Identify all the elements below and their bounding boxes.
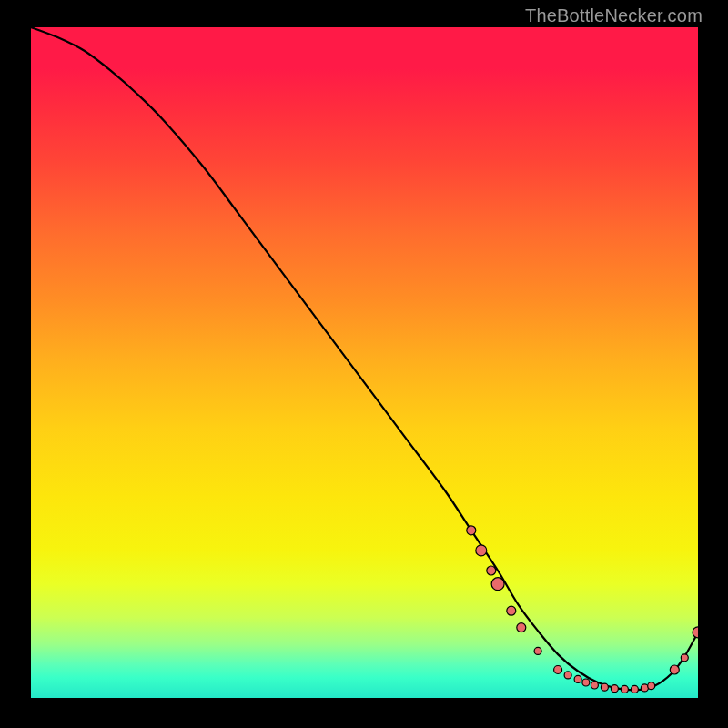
bottleneck-curve — [31, 27, 698, 690]
highlight-dot — [476, 545, 487, 556]
highlight-dot — [591, 682, 598, 689]
highlight-dot — [507, 606, 516, 615]
highlight-dot — [621, 685, 628, 693]
highlight-dot — [681, 654, 688, 662]
highlight-dots-group — [467, 526, 698, 693]
watermark-text: TheBottleNecker.com — [525, 5, 703, 26]
highlight-dot — [693, 627, 698, 638]
highlight-dot — [517, 623, 526, 632]
highlight-dot — [574, 675, 581, 682]
highlight-dot — [564, 672, 571, 679]
highlight-dot — [648, 682, 655, 690]
highlight-dot — [611, 685, 618, 693]
highlight-dot — [601, 683, 608, 691]
highlight-dot — [487, 566, 496, 575]
curve-layer — [31, 27, 698, 698]
highlight-dot — [670, 665, 679, 674]
highlight-dot — [491, 578, 504, 591]
highlight-dot — [631, 685, 638, 693]
highlight-dot — [582, 679, 590, 686]
highlight-dot — [467, 526, 476, 535]
chart-stage: TheBottleNecker.com — [0, 0, 728, 728]
highlight-dot — [534, 647, 541, 654]
highlight-dot — [554, 666, 562, 674]
plot-area — [31, 27, 698, 698]
